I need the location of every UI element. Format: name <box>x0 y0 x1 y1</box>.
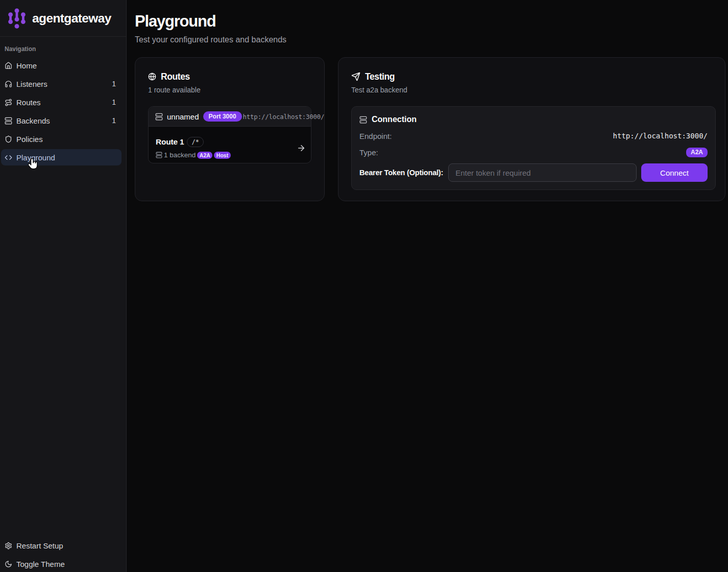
sidebar-item-home[interactable]: Home <box>1 57 122 74</box>
sidebar-item-policies[interactable]: Policies <box>1 131 122 147</box>
routes-card-subtitle: 1 route available <box>148 85 311 95</box>
server-icon <box>359 116 367 124</box>
testing-card-title: Testing <box>365 70 395 83</box>
listener-url: http://localhost:3000/ <box>243 113 325 121</box>
arrow-right-icon[interactable] <box>297 144 306 153</box>
bearer-token-label: Bearer Token (Optional): <box>359 169 443 177</box>
sidebar-item-backends[interactable]: Backends 1 <box>1 112 122 129</box>
send-icon <box>351 72 360 81</box>
sidebar-item-routes[interactable]: Routes 1 <box>1 94 122 110</box>
restart-setup-label: Restart Setup <box>16 541 63 550</box>
sidebar-item-label: Home <box>16 61 37 70</box>
testing-card-subtitle: Test a2a backend <box>351 85 716 95</box>
endpoint-value: http://localhost:3000/ <box>613 132 708 140</box>
type-label: Type: <box>359 148 378 157</box>
home-icon <box>5 62 12 69</box>
routes-card-title: Routes <box>161 70 190 83</box>
route-badge-a2a: A2A <box>197 152 212 159</box>
listener-row: unnamed Port 3000 http://localhost:3000/ <box>149 107 311 127</box>
routes-card: Routes 1 route available unnamed Port 30… <box>135 57 325 201</box>
sidebar-item-count: 1 <box>112 80 117 88</box>
nav-section-label: Navigation <box>1 45 122 53</box>
toggle-theme-button[interactable]: Toggle Theme <box>1 556 122 572</box>
code-icon <box>5 154 12 161</box>
headphones-icon <box>5 80 12 88</box>
cards-grid: Routes 1 route available unnamed Port 30… <box>135 57 728 201</box>
listener-box: unnamed Port 3000 http://localhost:3000/… <box>148 106 311 163</box>
route-backends-label: 1 backend <box>164 151 196 159</box>
connection-title: Connection <box>372 115 417 124</box>
sidebar-item-count: 1 <box>112 116 117 125</box>
page-subtitle: Test your configured routes and backends <box>135 34 728 45</box>
listener-name: unnamed <box>167 112 199 121</box>
route-path-badge: /* <box>187 137 203 147</box>
sidebar: agentgateway Navigation Home Listeners 1… <box>0 0 127 572</box>
connect-button[interactable]: Connect <box>641 163 708 182</box>
agentgateway-logo-icon <box>8 8 26 29</box>
sidebar-item-label: Routes <box>16 98 41 107</box>
sidebar-nav: Navigation Home Listeners 1 Routes 1 Bac… <box>0 37 126 537</box>
sidebar-item-label: Listeners <box>16 80 47 88</box>
sidebar-item-playground[interactable]: Playground <box>1 149 122 165</box>
brand-name: agentgateway <box>32 11 111 26</box>
sidebar-item-label: Policies <box>16 135 43 144</box>
sidebar-footer: Restart Setup Toggle Theme <box>0 537 126 572</box>
route-badge-host: Host <box>214 152 230 159</box>
testing-card: Testing Test a2a backend Connection Endp… <box>338 57 725 201</box>
server-icon <box>156 152 162 158</box>
sidebar-item-count: 1 <box>112 98 117 106</box>
route-info: Route 1 /* 1 backend A2A Host <box>156 137 231 159</box>
port-badge: Port 3000 <box>203 111 242 122</box>
server-icon <box>5 117 12 125</box>
gear-icon <box>5 542 12 550</box>
page-title: Playground <box>135 12 728 31</box>
globe-icon <box>148 73 156 81</box>
sidebar-item-listeners[interactable]: Listeners 1 <box>1 76 122 92</box>
toggle-theme-label: Toggle Theme <box>16 560 65 568</box>
shield-icon <box>5 135 12 143</box>
moon-icon <box>5 560 12 568</box>
route-name: Route 1 <box>156 137 184 147</box>
main-content: Playground Test your configured routes a… <box>127 0 728 572</box>
restart-setup-button[interactable]: Restart Setup <box>1 537 122 554</box>
sidebar-header: agentgateway <box>0 0 126 37</box>
bearer-token-input[interactable] <box>448 163 637 182</box>
route-icon <box>5 99 12 106</box>
connection-panel: Connection Endpoint: http://localhost:30… <box>351 106 716 190</box>
route-row[interactable]: Route 1 /* 1 backend A2A Host <box>149 127 311 163</box>
endpoint-label: Endpoint: <box>359 132 392 140</box>
sidebar-item-label: Playground <box>16 153 55 162</box>
server-icon <box>155 113 163 121</box>
sidebar-item-label: Backends <box>16 116 50 125</box>
type-badge: A2A <box>686 148 708 157</box>
